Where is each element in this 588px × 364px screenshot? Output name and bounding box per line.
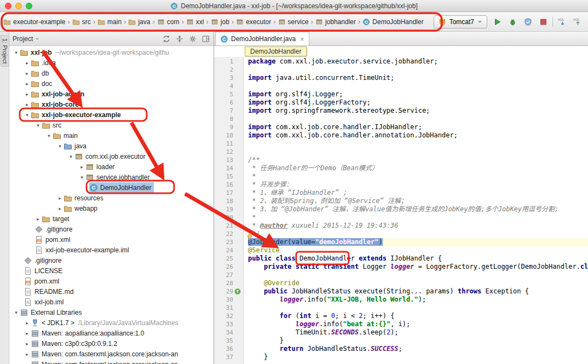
- settings-icon[interactable]: [188, 34, 197, 43]
- collapse-all-icon[interactable]: [175, 34, 184, 43]
- tree-item-com-xxl-job-executor[interactable]: ▾com.xxl.job.executor: [9, 151, 214, 161]
- expand-arrow-icon[interactable]: ▸: [56, 195, 64, 201]
- tree-item-xxl-job-admin[interactable]: ▸xxl-job-admin: [9, 89, 214, 99]
- expand-arrow-icon[interactable]: ▸: [56, 206, 64, 211]
- expand-arrow-icon[interactable]: ▸: [24, 91, 31, 97]
- breadcrumb-item-jobhandler[interactable]: jobhandler: [314, 17, 357, 27]
- tree-item-src[interactable]: ▾src: [9, 120, 214, 130]
- breadcrumb-item-xxl[interactable]: xxl: [185, 17, 205, 27]
- expand-arrow-icon[interactable]: ▾: [45, 133, 53, 138]
- hide-icon[interactable]: [201, 34, 210, 43]
- line-number: 1: [214, 57, 243, 66]
- breadcrumb-item-com[interactable]: com: [156, 17, 181, 27]
- breadcrumb-item-src[interactable]: src: [71, 17, 92, 27]
- expand-arrow-icon[interactable]: ▾: [13, 50, 20, 55]
- override-method-gutter-icon[interactable]: [234, 287, 241, 295]
- expand-arrow-icon[interactable]: ▾: [67, 154, 74, 159]
- tree-item-pom-xml[interactable]: mpom.xml: [9, 234, 214, 245]
- expand-arrow-icon[interactable]: ▸: [24, 71, 31, 76]
- folder-icon: [31, 111, 39, 119]
- expand-arrow-icon[interactable]: ▾: [13, 310, 20, 315]
- expand-arrow-icon[interactable]: ▸: [78, 164, 85, 170]
- expand-arrow-icon[interactable]: ▾: [56, 143, 64, 149]
- tree-item-gitignore[interactable]: .gitignore: [9, 255, 214, 265]
- tree-item-webapp[interactable]: ▸webapp: [9, 203, 214, 213]
- tree-item-maven-com-fasterxml-jackson-core-jackson-an[interactable]: ▸Maven: com.fasterxml.jackson.core:jacks…: [9, 349, 214, 359]
- breadcrumb-item-executor-example[interactable]: executor-example: [2, 17, 66, 27]
- close-tab-icon[interactable]: ×: [300, 36, 304, 43]
- close-window-button[interactable]: [5, 3, 11, 9]
- lib-icon: [31, 360, 39, 364]
- run-button[interactable]: [491, 16, 503, 28]
- tree-item-xxl-job-iml[interactable]: xxl-job.iml: [9, 297, 214, 307]
- expand-arrow-icon[interactable]: ▸: [24, 102, 31, 107]
- minimize-window-button[interactable]: [15, 3, 22, 9]
- code-line-17: * 1、继承 “IJobHandler” ；: [248, 189, 588, 197]
- code-content[interactable]: package com.xxl.job.executor.service.job…: [244, 57, 588, 364]
- expand-arrow-icon[interactable]: ▸: [24, 81, 31, 86]
- code-line-22: */: [248, 230, 588, 238]
- debug-button[interactable]: [506, 16, 518, 28]
- tree-item-maven-com-fasterxml-jackson-core-jackson-co[interactable]: ▸Maven: com.fasterxml.jackson.core:jacks…: [9, 359, 214, 364]
- expand-arrow-icon[interactable]: ▸: [24, 320, 31, 326]
- tree-item-main[interactable]: ▾main: [9, 130, 214, 141]
- run-with-coverage-button[interactable]: [522, 16, 534, 28]
- breadcrumb-item-demojobhandler[interactable]: CDemoJobHandler: [361, 17, 424, 27]
- tree-item-xxl-job-executor-example[interactable]: ▾xxl-job-executor-example: [9, 109, 214, 120]
- editor-tab[interactable]: C DemoJobHandler.java ×: [215, 32, 309, 45]
- breadcrumb-item-service[interactable]: service: [277, 17, 310, 27]
- tree-item-doc[interactable]: ▸doc: [9, 78, 214, 89]
- breadcrumb-chip[interactable]: DemoJobHandler: [245, 47, 307, 56]
- code-line-16: * 开发步骤：: [248, 181, 588, 189]
- tree-item-demojobhandler[interactable]: CDemoJobHandler: [9, 182, 214, 193]
- tree-item-maven-aopalliance-aopalliance-1-0[interactable]: ▸Maven: aopalliance:aopalliance:1.0: [9, 328, 214, 338]
- tree-item-loader[interactable]: ▸loader: [9, 161, 214, 172]
- vcs-update-button[interactable]: VCS: [556, 16, 568, 28]
- expand-arrow-icon[interactable]: ▸: [34, 216, 42, 222]
- expand-arrow-icon[interactable]: ▸: [24, 351, 31, 357]
- tree-item-readme-md[interactable]: README.md: [9, 286, 214, 297]
- code-line-23: @JobHander(value="demoJobHandler"): [248, 238, 588, 246]
- tree-item-service-jobhandler[interactable]: ▾service.jobhandler: [9, 172, 214, 182]
- tree-item-maven-c3p0-c3p0-0-9-1-2[interactable]: ▸Maven: c3p0:c3p0:0.9.1.2: [9, 338, 214, 349]
- tree-item-license[interactable]: LICENSE: [9, 265, 214, 276]
- zoom-window-button[interactable]: [26, 3, 32, 9]
- expand-arrow-icon[interactable]: ▸: [24, 341, 31, 346]
- breadcrumb: executor-example›src›main›java›com›xxl›j…: [2, 17, 434, 27]
- tree-item-java[interactable]: ▾java: [9, 141, 214, 151]
- breadcrumb-item-job[interactable]: job: [210, 17, 230, 27]
- expand-arrow-icon[interactable]: ▸: [24, 60, 31, 66]
- tree-item-target[interactable]: ▸target: [9, 213, 214, 224]
- stop-button[interactable]: [537, 16, 549, 28]
- expand-arrow-icon[interactable]: ▸: [24, 331, 31, 336]
- toolbar-separator: [552, 17, 553, 27]
- tree-item-gitignore[interactable]: .gitignore: [9, 224, 214, 234]
- tree-item-pom-xml[interactable]: mpom.xml: [9, 276, 214, 286]
- breadcrumb-item-main[interactable]: main: [96, 17, 123, 27]
- project-tool-window-button[interactable]: 1: Project: [1, 35, 9, 67]
- sync-icon[interactable]: [162, 34, 171, 43]
- tree-item-label: README.md: [34, 288, 73, 296]
- tree-item-label: main: [64, 132, 78, 140]
- code-editor[interactable]: 1234567891011121314151617181920212223242…: [214, 57, 588, 364]
- expand-arrow-icon[interactable]: ▸: [24, 362, 31, 364]
- breadcrumb-item-executor[interactable]: executor: [235, 17, 272, 27]
- folder-icon: [64, 204, 72, 213]
- tree-item-db[interactable]: ▸db: [9, 68, 214, 78]
- tree-item-xxl-job[interactable]: ▾xxl-job~/workspaces/idea-git-workspace/…: [9, 47, 214, 57]
- intention-bulb-icon[interactable]: [246, 233, 253, 241]
- tree-item-resources[interactable]: ▸resources: [9, 193, 214, 203]
- tree-item-jdk1-7[interactable]: ▸< JDK1.7 >/Library/Java/JavaVirtualMach…: [9, 317, 214, 328]
- expand-arrow-icon[interactable]: ▾: [24, 112, 31, 118]
- tree-item-idea[interactable]: ▸.idea: [9, 57, 214, 68]
- expand-arrow-icon[interactable]: ▾: [34, 123, 42, 128]
- tree-item-external-libraries[interactable]: ▾External Libraries: [9, 307, 214, 317]
- breadcrumb-item-java[interactable]: java: [127, 17, 151, 27]
- tree-item-xxl-job-executor-example-iml[interactable]: xxl-job-executor-example.iml: [9, 245, 214, 255]
- project-view-selector[interactable]: Project: [13, 35, 40, 43]
- run-config-selector[interactable]: Tomcat7: [434, 15, 487, 28]
- vcs-commit-button[interactable]: VCS: [572, 16, 584, 28]
- tree-item-xxl-job-core[interactable]: ▸xxl-job-core: [9, 99, 214, 109]
- project-tree: ▾xxl-job~/workspaces/idea-git-workspace/…: [9, 46, 214, 364]
- expand-arrow-icon[interactable]: ▾: [78, 175, 85, 180]
